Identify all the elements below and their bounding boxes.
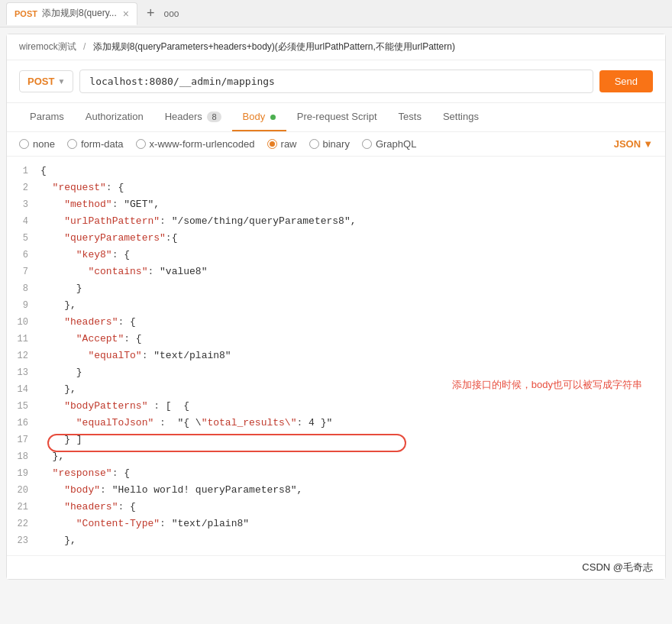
- table-row: 22 "Content-Type": "text/plain8": [7, 516, 665, 532]
- radio-icon: [19, 139, 29, 149]
- body-type-selector: noneform-datax-www-form-urlencodedrawbin…: [7, 132, 665, 157]
- body-type-raw[interactable]: raw: [267, 138, 297, 150]
- line-content: "Content-Type": "text/plain8": [37, 516, 665, 532]
- url-bar: POST ▼ Send: [7, 60, 665, 103]
- line-number: 23: [7, 532, 37, 549]
- main-container: wiremock测试 / 添加规则8(queryParameters+heade…: [6, 34, 666, 580]
- breadcrumb-separator: /: [83, 41, 86, 52]
- line-number: 4: [7, 213, 37, 230]
- line-content: "equalToJson" : "{ \"total_results\": 4 …: [37, 415, 665, 432]
- json-label: JSON: [614, 138, 641, 150]
- line-content: "key8": {: [37, 247, 665, 264]
- req-tab-pre-request-script[interactable]: Pre-request Script: [286, 103, 388, 131]
- line-number: 8: [7, 280, 37, 297]
- line-number: 9: [7, 297, 37, 314]
- req-tab-params[interactable]: Params: [19, 103, 75, 131]
- line-content: "contains": "value8": [37, 264, 665, 280]
- line-content: {: [37, 163, 665, 179]
- line-number: 7: [7, 264, 37, 280]
- send-button[interactable]: Send: [599, 70, 653, 92]
- body-type-label: x-www-form-urlencoded: [150, 138, 255, 150]
- table-row: 4 "urlPathPattern": "/some/thing/queryPa…: [7, 213, 665, 230]
- body-type-GraphQL[interactable]: GraphQL: [362, 138, 416, 150]
- line-number: 10: [7, 314, 37, 331]
- request-tabs: ParamsAuthorizationHeaders 8Body Pre-req…: [7, 103, 665, 132]
- table-row: 21 "headers": {: [7, 499, 665, 516]
- table-row: 23 },: [7, 532, 665, 549]
- tab-badge: 8: [207, 112, 221, 122]
- line-content: }: [37, 280, 665, 297]
- tab-method: POST: [15, 9, 37, 18]
- line-content: "headers": {: [37, 499, 665, 516]
- line-number: 14: [7, 381, 37, 398]
- body-type-label: binary: [323, 138, 350, 150]
- editor-lines: 1{2 "request": {3 "method": "GET",4 "url…: [7, 163, 665, 549]
- method-select[interactable]: POST ▼: [19, 70, 73, 92]
- url-input[interactable]: [79, 70, 593, 93]
- line-content: } ]: [37, 432, 665, 448]
- line-number: 15: [7, 398, 37, 415]
- line-content: },: [37, 532, 665, 549]
- line-content: "queryParameters":{: [37, 230, 665, 247]
- table-row: 18 },: [7, 448, 665, 465]
- table-row: 10 "headers": {: [7, 314, 665, 331]
- new-tab-button[interactable]: +: [141, 5, 161, 21]
- req-tab-body[interactable]: Body: [232, 103, 286, 131]
- body-type-x-www-form-urlencoded[interactable]: x-www-form-urlencoded: [136, 138, 255, 150]
- code-editor[interactable]: 1{2 "request": {3 "method": "GET",4 "url…: [7, 157, 665, 555]
- line-content: "response": {: [37, 465, 665, 482]
- tab-close-icon[interactable]: ×: [123, 8, 129, 20]
- tab-title: 添加规则8(query...: [42, 7, 117, 20]
- breadcrumb-parent[interactable]: wiremock测试: [19, 41, 76, 52]
- line-number: 12: [7, 348, 37, 364]
- line-number: 3: [7, 196, 37, 213]
- req-tab-tests[interactable]: Tests: [388, 103, 432, 131]
- table-row: 2 "request": {: [7, 179, 665, 196]
- line-number: 6: [7, 247, 37, 264]
- req-tab-authorization[interactable]: Authorization: [75, 103, 154, 131]
- table-row: 8 }: [7, 280, 665, 297]
- line-content: "urlPathPattern": "/some/thing/queryPara…: [37, 213, 665, 230]
- method-arrow-icon: ▼: [57, 77, 65, 86]
- radio-icon: [67, 139, 77, 149]
- line-number: 17: [7, 432, 37, 448]
- line-content: "bodyPatterns" : [ {: [37, 398, 665, 415]
- table-row: 3 "method": "GET",: [7, 196, 665, 213]
- req-tab-settings[interactable]: Settings: [432, 103, 489, 131]
- line-number: 19: [7, 465, 37, 482]
- line-number: 20: [7, 482, 37, 499]
- line-content: "body": "Hello world! queryParameters8",: [37, 482, 665, 499]
- body-type-form-data[interactable]: form-data: [67, 138, 124, 150]
- radio-icon: [309, 139, 319, 149]
- table-row: 9 },: [7, 297, 665, 314]
- line-content: },: [37, 297, 665, 314]
- body-type-label: raw: [281, 138, 297, 150]
- line-number: 2: [7, 179, 37, 196]
- table-row: 6 "key8": {: [7, 247, 665, 264]
- line-number: 22: [7, 516, 37, 532]
- line-content: "method": "GET",: [37, 196, 665, 213]
- body-type-label: GraphQL: [376, 138, 416, 150]
- table-row: 19 "response": {: [7, 465, 665, 482]
- line-number: 16: [7, 415, 37, 432]
- line-number: 18: [7, 448, 37, 465]
- body-type-binary[interactable]: binary: [309, 138, 350, 150]
- radio-icon: [362, 139, 372, 149]
- watermark-text: CSDN @毛奇志: [582, 561, 653, 573]
- more-tabs-icon[interactable]: ooo: [163, 8, 179, 19]
- table-row: 7 "contains": "value8": [7, 264, 665, 280]
- line-number: 11: [7, 331, 37, 348]
- breadcrumb-current: 添加规则8(queryParameters+headers+body)(必须使用…: [93, 41, 455, 52]
- line-number: 21: [7, 499, 37, 516]
- line-content: "equalTo": "text/plain8": [37, 348, 665, 364]
- body-type-none[interactable]: none: [19, 138, 55, 150]
- line-number: 13: [7, 364, 37, 381]
- breadcrumb: wiremock测试 / 添加规则8(queryParameters+heade…: [7, 34, 665, 60]
- active-tab[interactable]: POST 添加规则8(query... ×: [6, 2, 137, 25]
- table-row: 20 "body": "Hello world! queryParameters…: [7, 482, 665, 499]
- req-tab-headers[interactable]: Headers 8: [154, 103, 232, 131]
- json-format-select[interactable]: JSON ▼: [614, 138, 653, 150]
- radio-icon: [267, 139, 277, 149]
- json-arrow-icon: ▼: [643, 138, 653, 150]
- table-row: 1{: [7, 163, 665, 179]
